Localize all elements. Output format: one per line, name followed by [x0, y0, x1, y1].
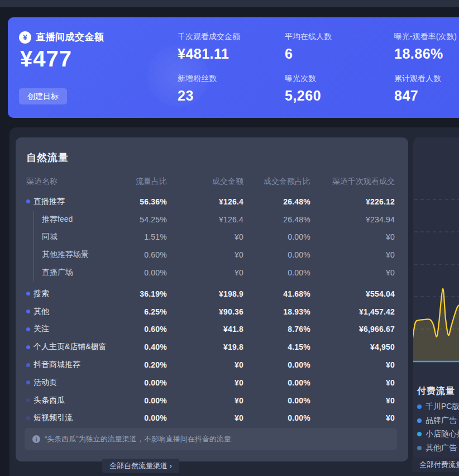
summary-card: ¥ 直播间成交金额 ¥477 创建目标 千次观看成交金额 ¥481.11 平均在…	[8, 17, 459, 118]
metric-value: 847	[394, 88, 459, 104]
gmv-share-value: 26.48%	[243, 215, 310, 224]
gmv-per-thousand-value: ¥1,457.42	[310, 307, 395, 316]
gmv-value: ¥0	[167, 250, 243, 259]
gmv-value: ¥0	[167, 232, 243, 241]
gmv-per-thousand-value: ¥0	[310, 413, 395, 422]
channel-name-cell: 推荐feed	[26, 211, 106, 229]
paid-traffic-title: 付费流量	[417, 385, 455, 397]
gmv-value: ¥19.8	[167, 342, 243, 351]
channel-bullet-icon	[26, 327, 30, 331]
traffic-share-value: 0.60%	[106, 325, 167, 334]
channel-bullet-icon	[26, 292, 30, 296]
table-row: 抖音商城推荐 0.20% ¥0 0.00% ¥0	[26, 356, 395, 374]
all-natural-channels-button[interactable]: 全部自然流量渠道 ›	[102, 459, 179, 473]
table-row: 其他推荐场景 0.60% ¥0 0.00% ¥0	[26, 246, 395, 264]
metric-value: 18.86%	[394, 46, 459, 62]
create-goal-button[interactable]: 创建目标	[19, 88, 67, 104]
note-text: “头条西瓜”为独立的流量渠道，不影响直播间在抖音的流量	[45, 434, 231, 444]
table-row: 搜索 36.19% ¥198.9 41.68% ¥554.04	[26, 285, 395, 303]
top-strip	[0, 0, 459, 7]
table-row: 其他 6.25% ¥90.36 18.93% ¥1,457.42	[26, 303, 395, 321]
gmv-value: ¥0	[167, 268, 243, 277]
channel-name: 搜索	[34, 289, 49, 299]
gmv-per-thousand-value: ¥0	[310, 360, 395, 369]
legend-dot-icon	[417, 404, 422, 409]
table-row: 同城 1.51% ¥0 0.00% ¥0	[26, 229, 395, 246]
sub-row-indent-line	[34, 246, 34, 264]
paid-traffic-card: 付费流量 千川PC版 品牌广告 小店随心推 其他广告	[413, 137, 459, 461]
all-paid-channels-button[interactable]: 全部付费流量渠道 ›	[412, 458, 459, 472]
channel-bullet-icon	[26, 345, 30, 349]
gmv-share-value: 0.00%	[243, 378, 310, 387]
channel-name-cell: 其他	[26, 303, 106, 321]
legend-item[interactable]: 小店随心推	[417, 427, 459, 441]
column-header-traffic-share: 流量占比	[106, 177, 167, 187]
summary-title-row: ¥ 直播间成交金额	[19, 31, 104, 44]
table-row: 直播广场 0.00% ¥0 0.00% ¥0	[26, 264, 395, 282]
gmv-per-thousand-value: ¥234.94	[310, 215, 395, 224]
metric-total-viewers: 累计观看人数 847	[394, 74, 459, 104]
metric-exposure-count: 曝光次数 5,260	[285, 74, 391, 104]
metric-label: 曝光次数	[285, 74, 391, 84]
table-row: 关注 0.60% ¥41.8 8.76% ¥6,966.67	[26, 321, 395, 339]
channel-name: 活动页	[34, 378, 57, 388]
legend-item[interactable]: 品牌广告	[417, 414, 459, 428]
legend-label: 小店随心推	[425, 429, 459, 439]
channel-bullet-icon	[26, 380, 30, 384]
metric-avg-online-users: 平均在线人数 6	[285, 32, 391, 62]
channel-bullet-icon	[26, 416, 30, 420]
toutiao-xigua-note: i “头条西瓜”为独立的流量渠道，不影响直播间在抖音的流量	[25, 428, 397, 450]
gmv-value: ¥0	[167, 413, 243, 422]
gmv-value: ¥126.4	[167, 215, 243, 224]
channel-name-cell: 关注	[26, 321, 106, 339]
legend-label: 其他广告	[425, 443, 457, 453]
paid-traffic-chart	[413, 137, 459, 372]
channel-name: 直播广场	[42, 268, 73, 278]
traffic-share-value: 0.00%	[106, 396, 167, 405]
legend-item[interactable]: 千川PC版	[417, 400, 459, 414]
legend-item[interactable]: 其他广告	[417, 441, 459, 455]
channel-name: 关注	[34, 324, 49, 334]
channel-name-cell: 活动页	[26, 374, 106, 392]
gmv-per-thousand-value: ¥0	[310, 250, 395, 259]
gmv-share-value: 0.00%	[243, 360, 310, 369]
traffic-share-value: 1.51%	[106, 232, 167, 241]
gmv-share-value: 0.00%	[243, 413, 310, 422]
metric-value: 6	[285, 46, 391, 62]
legend-dot-icon	[417, 432, 422, 436]
channel-name: 推荐feed	[42, 215, 73, 225]
gmv-per-thousand-value: ¥0	[310, 378, 395, 387]
traffic-share-value: 6.25%	[106, 307, 167, 316]
sub-row-indent-line	[34, 264, 34, 282]
gmv-per-thousand-value: ¥0	[310, 232, 395, 241]
gmv-value: ¥0	[167, 378, 243, 387]
natural-traffic-card: 自然流量 渠道名称 流量占比 成交金额 成交金额占比 渠道千次观看成交 直播推荐…	[16, 137, 408, 461]
natural-traffic-title: 自然流量	[26, 151, 69, 164]
info-icon: i	[32, 435, 40, 443]
traffic-share-value: 36.19%	[106, 289, 167, 298]
gmv-share-value: 26.48%	[243, 197, 310, 206]
channel-name-cell: 个人主页&店铺&橱窗	[26, 338, 106, 356]
channel-name-cell: 直播广场	[26, 264, 106, 282]
table-row: 直播推荐 56.36% ¥126.4 26.48% ¥226.12	[26, 193, 395, 211]
traffic-share-value: 56.36%	[106, 197, 167, 206]
channel-bullet-icon	[26, 310, 30, 313]
table-row: 推荐feed 54.25% ¥126.4 26.48% ¥234.94	[26, 211, 395, 229]
metric-label: 平均在线人数	[285, 32, 391, 42]
traffic-share-value: 0.40%	[106, 342, 167, 351]
gmv-share-value: 41.68%	[243, 289, 310, 298]
yuan-circle-icon: ¥	[19, 31, 31, 44]
channel-name: 其他	[34, 307, 49, 317]
channel-name: 头条西瓜	[34, 396, 65, 406]
traffic-share-value: 0.00%	[106, 413, 167, 422]
channel-name-cell: 头条西瓜	[26, 392, 106, 410]
gmv-per-thousand-value: ¥0	[310, 268, 395, 277]
gmv-per-thousand-value: ¥6,966.67	[310, 325, 395, 334]
traffic-share-value: 0.20%	[106, 360, 167, 369]
column-header-gmv-per-thousand: 渠道千次观看成交	[310, 177, 395, 187]
channel-name: 直播推荐	[34, 197, 65, 207]
metric-value: 5,260	[285, 88, 391, 104]
channel-name-cell: 同城	[26, 229, 106, 246]
legend-label: 千川PC版	[425, 402, 459, 412]
gmv-value: ¥126.4	[167, 197, 243, 206]
